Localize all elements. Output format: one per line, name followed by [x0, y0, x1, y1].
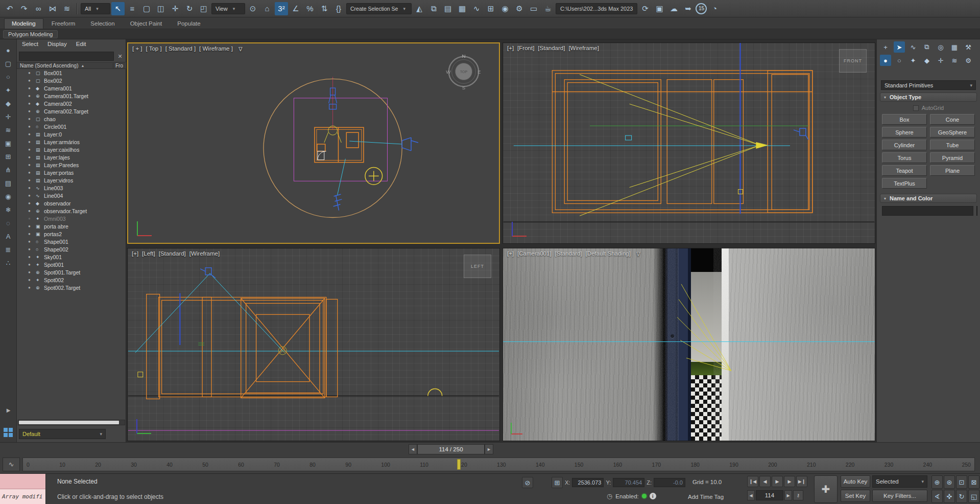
list-item[interactable]: ● ✦ Sky001: [17, 253, 126, 261]
zoom-extents-all-icon[interactable]: ⊠: [968, 475, 979, 489]
list-item[interactable]: ● ○ Shape001: [17, 238, 126, 245]
object-type-rollout[interactable]: ▾ Object Type: [880, 93, 977, 102]
systems-category-icon[interactable]: ⚙: [963, 55, 974, 66]
visibility-eye-icon[interactable]: ●: [28, 247, 33, 251]
primitive-button[interactable]: Box: [882, 114, 927, 125]
display-bones-icon[interactable]: ⋔: [2, 164, 14, 175]
redo-icon[interactable]: ↷: [17, 2, 31, 15]
render-iterative-icon[interactable]: ⟳: [638, 2, 652, 15]
visibility-eye-icon[interactable]: ●: [28, 239, 33, 244]
angle-snap-icon[interactable]: ∠: [289, 2, 302, 15]
visibility-eye-icon[interactable]: ●: [28, 170, 33, 175]
list-item[interactable]: ● ✦ Spot002: [17, 276, 126, 284]
y-coordinate-field[interactable]: 70.454: [613, 478, 644, 487]
display-lights-icon[interactable]: ✦: [2, 84, 14, 96]
visibility-eye-icon[interactable]: ●: [28, 71, 33, 75]
visibility-eye-icon[interactable]: ●: [28, 278, 33, 282]
ribbon-tab[interactable]: Populate: [170, 19, 207, 29]
zoom-icon[interactable]: ⊕: [931, 475, 943, 489]
list-item[interactable]: ● ▤ Layer:caixilhos: [17, 146, 126, 153]
viewport-label-segment[interactable]: [Standard]: [555, 250, 582, 258]
list-item[interactable]: ● ◆ Camera002: [17, 100, 126, 107]
key-mode-toggle-icon[interactable]: ⚷: [793, 490, 803, 500]
viewport-label-segment[interactable]: [Wireframe]: [568, 45, 599, 51]
visibility-eye-icon[interactable]: ●: [28, 94, 33, 98]
named-selection-sets-icon[interactable]: {}: [332, 2, 345, 15]
strip-expand-icon[interactable]: ▶: [0, 407, 17, 413]
select-and-move-icon[interactable]: ✛: [169, 2, 182, 15]
rectangular-selection-region-icon[interactable]: ▢: [140, 2, 153, 15]
select-and-rotate-icon[interactable]: ↻: [183, 2, 196, 15]
orbit-icon[interactable]: ↻: [956, 490, 967, 503]
list-item[interactable]: ● ⊕ Camera002.Target: [17, 107, 126, 115]
add-time-tag[interactable]: Add Time Tag: [688, 494, 724, 500]
visibility-eye-icon[interactable]: ●: [28, 285, 33, 290]
list-item[interactable]: ● ▤ Layer:armários: [17, 138, 126, 146]
column-header-name[interactable]: Name (Sorted Ascending)▲: [17, 63, 113, 68]
toggle-scene-explorer-icon[interactable]: ▤: [441, 2, 455, 15]
display-spacewarps-icon[interactable]: ≋: [2, 124, 14, 135]
motion-tab-icon[interactable]: ◎: [935, 41, 946, 53]
frame-decrement-button[interactable]: ◀: [747, 490, 755, 500]
list-item[interactable]: ● ✦ Omni003: [17, 215, 126, 222]
visibility-eye-icon[interactable]: ●: [28, 155, 33, 159]
list-item[interactable]: ● ▢ chao: [17, 115, 126, 123]
viewport-label-segment[interactable]: [Standard]: [538, 45, 565, 51]
list-item[interactable]: ● ◆ observador: [17, 199, 126, 207]
time-slider[interactable]: ◄ 114 / 250 ►: [409, 444, 493, 454]
undo-icon[interactable]: ↶: [3, 2, 16, 15]
toggle-layer-explorer-icon[interactable]: ▦: [456, 2, 469, 15]
z-coordinate-field[interactable]: -0.0: [654, 478, 685, 487]
info-icon[interactable]: i: [650, 493, 656, 499]
visibility-eye-icon[interactable]: ●: [28, 224, 33, 228]
display-materials-icon[interactable]: ◉: [2, 191, 14, 202]
visibility-eye-icon[interactable]: ●: [28, 86, 33, 90]
list-item[interactable]: ● ∿ Line003: [17, 184, 126, 192]
primitive-button[interactable]: Teapot: [882, 165, 927, 176]
explorer-select-icon[interactable]: ●: [2, 44, 14, 56]
field-of-view-icon[interactable]: ∢: [931, 490, 943, 503]
viewport-top[interactable]: [ + ][ Top ][ Standard ][ Wireframe ] ∇: [127, 42, 500, 244]
select-and-link-icon[interactable]: ∞: [32, 2, 45, 15]
viewport-label-segment[interactable]: [ + ]: [132, 45, 142, 53]
list-item[interactable]: ● ▤ Layer:Paredes: [17, 161, 126, 169]
explorer-menu-item[interactable]: Select: [22, 41, 38, 47]
viewcube[interactable]: LEFT: [464, 255, 491, 278]
viewport-label-segment[interactable]: [+]: [132, 250, 138, 257]
reference-coordinate-dropdown[interactable]: View▾: [211, 3, 245, 14]
viewport-label-segment[interactable]: [Default Shading]: [586, 250, 631, 258]
previous-frame-arrow[interactable]: ◄: [409, 444, 417, 454]
next-frame-button[interactable]: ▶: [784, 476, 795, 487]
project-path-field[interactable]: C:\Users\202...3ds Max 2023: [556, 3, 637, 14]
visibility-eye-icon[interactable]: ●: [28, 117, 33, 121]
visibility-eye-icon[interactable]: ●: [28, 178, 33, 182]
play-button[interactable]: ▶: [772, 476, 783, 487]
share-view-icon[interactable]: ➥: [681, 2, 695, 15]
object-name-field[interactable]: [882, 206, 973, 216]
schematic-view-icon[interactable]: ⊞: [484, 2, 497, 15]
viewport-label-segment[interactable]: [Camera001]: [517, 250, 551, 258]
primitive-button[interactable]: TextPlus: [882, 178, 927, 189]
x-coordinate-field[interactable]: 2536.073: [572, 478, 604, 487]
helpers-category-icon[interactable]: ✛: [935, 55, 946, 66]
display-geometry-icon[interactable]: ▢: [2, 58, 14, 69]
viewport-label-segment[interactable]: [ Top ]: [146, 45, 162, 53]
horizontal-scrollbar[interactable]: [18, 420, 125, 425]
select-by-name-icon[interactable]: ≡: [126, 2, 139, 15]
set-key-button[interactable]: Set Key: [841, 490, 870, 502]
viewport-label-segment[interactable]: [ Wireframe ]: [199, 45, 233, 53]
mini-curve-editor-button[interactable]: ∿: [3, 457, 20, 471]
list-item[interactable]: ● ▤ Layer:0: [17, 130, 126, 138]
listener-line[interactable]: Array modifi: [0, 489, 45, 504]
create-tab-icon[interactable]: ➤: [894, 41, 905, 53]
display-xrefs-icon[interactable]: ⊞: [2, 151, 14, 162]
spinner-snap-icon[interactable]: ⇅: [318, 2, 331, 15]
ribbon-tab[interactable]: Object Paint: [123, 19, 170, 29]
visibility-eye-icon[interactable]: ●: [28, 109, 33, 113]
open-autodesk-app-icon[interactable]: ▣: [653, 2, 666, 15]
render-in-cloud-icon[interactable]: ☁: [667, 2, 680, 15]
display-children-icon[interactable]: ∴: [2, 257, 14, 268]
viewport-label-segment[interactable]: [Wireframe]: [189, 250, 220, 257]
cameras-category-icon[interactable]: ◆: [921, 55, 933, 66]
viewport-label-segment[interactable]: [Front]: [517, 45, 534, 51]
